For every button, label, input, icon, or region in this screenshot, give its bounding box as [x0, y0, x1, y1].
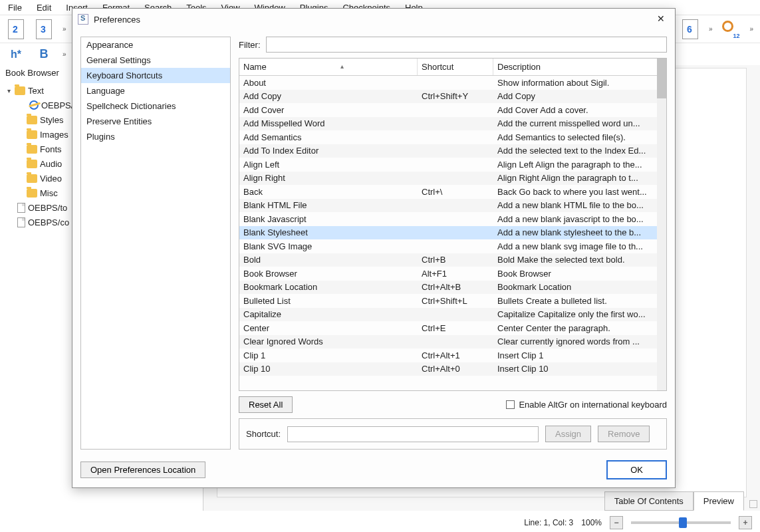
- cell-name: Clip 1: [239, 349, 418, 362]
- category-item[interactable]: General Settings: [81, 53, 230, 68]
- cell-shortcut: [418, 217, 493, 220]
- cell-shortcut: [418, 122, 493, 125]
- cell-name: Back: [239, 186, 418, 198]
- table-row[interactable]: BoldCtrl+BBold Make the selected text bo…: [239, 253, 666, 267]
- cell-name: About: [239, 76, 418, 89]
- category-item[interactable]: Preserve Entities: [81, 114, 230, 129]
- shortcuts-table[interactable]: Name ▴ Shortcut Description AboutShow in…: [239, 58, 667, 391]
- close-button[interactable]: ✕: [652, 12, 670, 27]
- dialog-titlebar[interactable]: Preferences ✕: [72, 9, 675, 30]
- category-item[interactable]: Language: [81, 83, 230, 98]
- table-scrollbar[interactable]: [657, 59, 666, 390]
- table-row[interactable]: CapitalizeCapitalize Capitalize only the…: [239, 308, 666, 322]
- cell-name: Bold: [239, 253, 418, 266]
- table-row[interactable]: Align RightAlign Right Align the paragra…: [239, 172, 666, 186]
- table-row[interactable]: Book BrowserAlt+F1Book Browser: [239, 267, 666, 281]
- cell-name: Align Right: [239, 172, 418, 184]
- table-row[interactable]: AboutShow information about Sigil.: [239, 76, 666, 90]
- table-row[interactable]: Add Misspelled WordAdd the current missp…: [239, 117, 666, 131]
- table-row[interactable]: Add SemanticsAdd Semantics to selected f…: [239, 130, 666, 144]
- column-header-description[interactable]: Description: [493, 59, 666, 75]
- cell-description: Bullets Create a bulleted list.: [493, 295, 666, 307]
- filter-label: Filter:: [239, 40, 261, 50]
- cell-description: Insert Clip 1: [493, 349, 666, 362]
- cell-description: Book Browser: [493, 267, 666, 280]
- modal-overlay: Preferences ✕ AppearanceGeneral Settings…: [0, 0, 760, 532]
- altgr-checkbox[interactable]: [506, 400, 515, 409]
- cell-description: Add a new blank javascript to the bo...: [493, 213, 666, 225]
- table-row[interactable]: Align LeftAlign Left Align the paragraph…: [239, 158, 666, 172]
- cell-name: Clip 10: [239, 362, 418, 375]
- cell-name: Clear Ignored Words: [239, 335, 418, 348]
- table-row[interactable]: Clip 10Ctrl+Alt+0Insert Clip 10: [239, 362, 666, 376]
- cell-name: Bookmark Location: [239, 281, 418, 293]
- cell-description: Add Semantics to selected file(s).: [493, 131, 666, 144]
- filter-input[interactable]: [266, 37, 668, 53]
- cell-shortcut: [418, 177, 493, 180]
- preferences-dialog: Preferences ✕ AppearanceGeneral Settings…: [72, 8, 676, 488]
- table-row[interactable]: CenterCtrl+ECenter Center the paragraph.: [239, 321, 666, 335]
- category-item[interactable]: Plugins: [81, 129, 230, 144]
- dialog-title: Preferences: [94, 15, 140, 25]
- category-item[interactable]: Spellcheck Dictionaries: [81, 98, 230, 114]
- category-item[interactable]: Appearance: [81, 37, 230, 53]
- cell-name: Capitalize: [239, 308, 418, 321]
- table-row[interactable]: Add CopyCtrl+Shift+YAdd Copy: [239, 90, 666, 104]
- cell-description: Insert Clip 10: [493, 362, 666, 375]
- cell-shortcut: [418, 245, 493, 247]
- shortcut-input[interactable]: [287, 426, 539, 442]
- cell-description: Add a new blank HTML file to the bo...: [493, 199, 666, 211]
- preferences-category-list[interactable]: AppearanceGeneral SettingsKeyboard Short…: [80, 37, 231, 450]
- column-header-shortcut[interactable]: Shortcut: [418, 59, 493, 75]
- remove-button[interactable]: Remove: [598, 426, 650, 442]
- table-scrollbar-thumb[interactable]: [657, 59, 666, 98]
- table-row[interactable]: Blank HTML FileAdd a new blank HTML file…: [239, 199, 666, 213]
- cell-description: Show information about Sigil.: [493, 76, 666, 89]
- cell-shortcut: Ctrl+Alt+0: [418, 362, 493, 375]
- cell-shortcut: [418, 204, 493, 207]
- table-row[interactable]: Add CoverAdd Cover Add a cover.: [239, 103, 666, 117]
- table-row[interactable]: Bookmark LocationCtrl+Alt+BBookmark Loca…: [239, 281, 666, 295]
- table-row[interactable]: Clear Ignored WordsClear currently ignor…: [239, 335, 666, 349]
- open-preferences-location-button[interactable]: Open Preferences Location: [80, 462, 205, 478]
- cell-description: Bold Make the selected text bold.: [493, 253, 666, 266]
- cell-description: Add the selected text to the Index Ed...: [493, 144, 666, 157]
- table-row[interactable]: Blank JavascriptAdd a new blank javascri…: [239, 212, 666, 226]
- cell-description: Add Copy: [493, 90, 666, 102]
- cell-description: Align Left Align the paragraph to the...: [493, 158, 666, 171]
- table-row[interactable]: Bulleted ListCtrl+Shift+LBullets Create …: [239, 294, 666, 308]
- cell-shortcut: Ctrl+Alt+1: [418, 349, 493, 362]
- table-row[interactable]: Blank StylesheetAdd a new blank styleshe…: [239, 226, 666, 240]
- cell-name: Blank HTML File: [239, 199, 418, 211]
- cell-description: Add Cover Add a cover.: [493, 104, 666, 116]
- assign-button[interactable]: Assign: [545, 426, 591, 442]
- altgr-label: Enable AltGr on international keyboard: [519, 400, 667, 410]
- cell-name: Blank Stylesheet: [239, 226, 418, 239]
- cell-name: Blank SVG Image: [239, 240, 418, 253]
- cell-shortcut: [418, 136, 493, 138]
- cell-shortcut: [418, 163, 493, 166]
- cell-description: Back Go back to where you last went...: [493, 186, 666, 198]
- table-row[interactable]: Clip 1Ctrl+Alt+1Insert Clip 1: [239, 348, 666, 362]
- column-header-name[interactable]: Name ▴: [239, 59, 418, 75]
- cell-shortcut: [418, 231, 493, 234]
- table-row[interactable]: Add To Index EditorAdd the selected text…: [239, 144, 666, 158]
- cell-shortcut: Ctrl+Shift+Y: [418, 90, 493, 102]
- cell-description: Align Right Align the paragraph to t...: [493, 172, 666, 184]
- cell-name: Add Misspelled Word: [239, 117, 418, 130]
- cell-name: Add Semantics: [239, 131, 418, 144]
- table-row[interactable]: Blank SVG ImageAdd a new blank svg image…: [239, 239, 666, 253]
- cell-description: Capitalize Capitalize only the first wo.…: [493, 308, 666, 321]
- cell-name: Book Browser: [239, 267, 418, 280]
- table-row[interactable]: BackCtrl+\Back Go back to where you last…: [239, 185, 666, 199]
- cell-description: Add a new blank stylesheet to the b...: [493, 226, 666, 239]
- sort-ascending-icon: ▴: [340, 63, 344, 70]
- reset-all-button[interactable]: Reset All: [239, 396, 293, 413]
- cell-shortcut: [418, 313, 493, 316]
- cell-shortcut: Ctrl+B: [418, 253, 493, 266]
- category-item[interactable]: Keyboard Shortcuts: [81, 68, 230, 83]
- cell-name: Add Cover: [239, 104, 418, 116]
- cell-shortcut: Ctrl+\: [418, 186, 493, 198]
- ok-button[interactable]: OK: [606, 460, 667, 479]
- cell-name: Center: [239, 322, 418, 334]
